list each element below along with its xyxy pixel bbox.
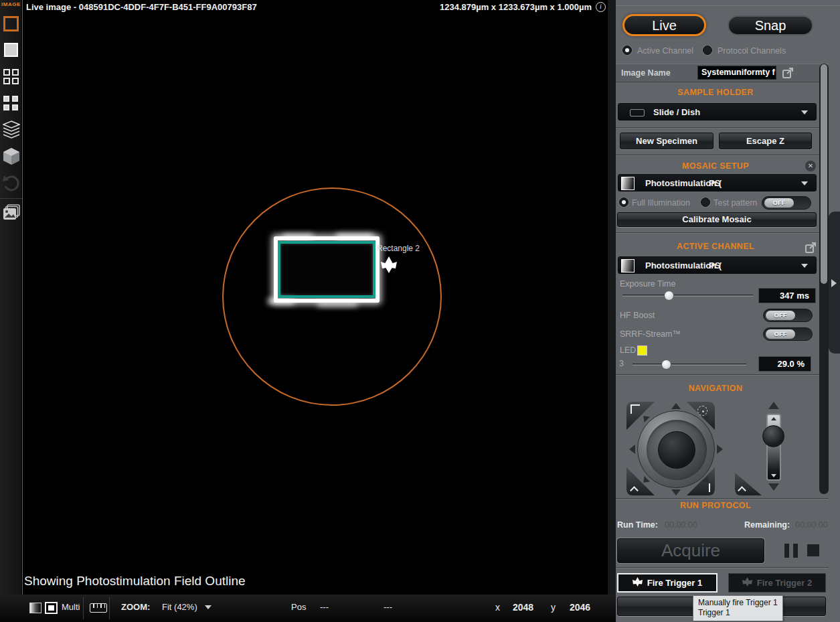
active-channel-header: ACTIVE CHANNEL: [616, 242, 815, 251]
hf-boost-label: HF Boost: [620, 311, 655, 320]
zoom-value[interactable]: Fit (42%): [162, 602, 197, 612]
chevron-down-icon: [801, 110, 808, 114]
arrow-right-icon[interactable]: [717, 445, 723, 454]
pos-label: Pos: [291, 602, 306, 612]
run-protocol-header: RUN PROTOCOL: [616, 501, 815, 510]
grid-view-icon[interactable]: [3, 69, 19, 84]
led-slider-track[interactable]: [633, 364, 746, 366]
single-channel-icon[interactable]: [45, 602, 58, 614]
canvas-panel-splitter[interactable]: [608, 0, 616, 595]
image-gallery-icon[interactable]: [3, 204, 21, 222]
panel-scrollbar-track[interactable]: [819, 64, 829, 494]
roi-label: Rectangle 2: [377, 244, 420, 253]
snap-button[interactable]: Snap: [728, 15, 813, 35]
tooltip: Manually fire Trigger 1 Trigger 1: [693, 595, 783, 621]
chevron-down-icon[interactable]: [205, 605, 212, 609]
remaining-label: Remaining:: [744, 520, 790, 530]
single-view-selected-icon[interactable]: [3, 16, 19, 31]
acquire-button[interactable]: Acquire: [617, 538, 764, 563]
stimulation-point-star-icon[interactable]: [380, 256, 398, 275]
live-button[interactable]: Live: [622, 14, 706, 36]
image-canvas[interactable]: Rectangle 2 Showing Photostimulation Fie…: [23, 15, 608, 595]
divider: [616, 232, 829, 234]
toolbar-divider: [0, 198, 22, 199]
z-down-icon[interactable]: [768, 483, 779, 491]
layers-icon[interactable]: [3, 121, 20, 139]
open-external-icon[interactable]: [782, 66, 795, 80]
calibrate-mosaic-button[interactable]: Calibrate Mosaic: [617, 212, 817, 227]
stop-icon[interactable]: [807, 544, 819, 556]
glow-streak: [282, 234, 313, 239]
step-marker-icon[interactable]: [709, 483, 710, 492]
z-up-icon[interactable]: [768, 402, 779, 409]
divider: [616, 155, 829, 156]
hf-boost-toggle[interactable]: OFF: [763, 309, 813, 322]
move-to-corner-icon[interactable]: [631, 404, 640, 414]
divider: [616, 374, 829, 376]
run-time-value: 00:00:00: [665, 520, 697, 530]
led-channel-number: 3: [619, 359, 624, 368]
image-name-input[interactable]: Systemuniformty f: [697, 66, 776, 80]
led-color-swatch[interactable]: [637, 345, 647, 356]
led-slider-handle[interactable]: [661, 360, 671, 370]
protocol-channels-radio[interactable]: [703, 46, 712, 55]
roi-rectangle[interactable]: [278, 241, 375, 298]
fire-trigger-2-button[interactable]: Fire Trigger 2: [728, 573, 826, 593]
text-cursor: [776, 68, 776, 76]
protocol-channels-radio-label[interactable]: Protocol Channels: [718, 46, 786, 56]
full-illumination-label[interactable]: Full Illumination: [632, 198, 690, 208]
z-track-up-icon: [771, 417, 776, 420]
joystick-knob[interactable]: [658, 431, 695, 469]
panel-flyout-tab[interactable]: [829, 212, 840, 354]
z-slider-track[interactable]: [766, 414, 781, 481]
close-icon[interactable]: ✕: [805, 161, 816, 171]
active-channel-radio[interactable]: [622, 46, 632, 55]
star-icon: [742, 577, 752, 587]
channel-gradient-icon[interactable]: [29, 603, 41, 613]
arrow-up-icon[interactable]: [671, 403, 681, 409]
arrow-down-icon[interactable]: [671, 489, 681, 495]
new-specimen-button[interactable]: New Specimen: [620, 133, 713, 149]
z-slider-knob[interactable]: [762, 425, 784, 447]
mosaic-channel-dropdown[interactable]: Photostimulation ( PS: [618, 174, 817, 191]
exposure-slider-handle[interactable]: [664, 291, 674, 301]
active-channel-dropdown[interactable]: Photostimulation ( PS: [618, 256, 817, 274]
tooltip-line-2: Trigger 1: [698, 608, 778, 618]
channel-thumbnail: [621, 177, 635, 190]
navigation-header: NAVIGATION: [616, 384, 815, 393]
multi-label[interactable]: Multi: [62, 602, 80, 612]
arrow-left-icon[interactable]: [629, 445, 635, 454]
single-frame-icon[interactable]: [4, 43, 18, 57]
xy-joystick[interactable]: [637, 410, 715, 488]
led-power-value[interactable]: 29.0 %: [758, 356, 811, 372]
divider: [616, 567, 829, 568]
info-icon[interactable]: i: [596, 2, 606, 12]
live-image-title: Live image - 048591DC-4DDF-4F7F-B451-FF9…: [26, 2, 257, 12]
mosaic-setup-header: MOSAIC SETUP: [616, 161, 815, 171]
pause-icon[interactable]: [784, 544, 799, 558]
active-channel-radio-label[interactable]: Active Channel: [637, 46, 693, 56]
test-pattern-radio[interactable]: [701, 198, 710, 207]
cube-3d-icon[interactable]: [3, 147, 20, 166]
exposure-slider-track[interactable]: [622, 295, 753, 297]
panel-scrollbar-thumb[interactable]: [821, 64, 827, 284]
sample-holder-header: SAMPLE HOLDER: [616, 88, 815, 97]
test-pattern-label[interactable]: Test pattern: [713, 198, 757, 208]
rotate-icon[interactable]: [3, 174, 20, 193]
fire-trigger-1-button[interactable]: Fire Trigger 1: [617, 573, 718, 593]
ruler-icon[interactable]: [90, 603, 107, 613]
image-header-bar: Live image - 048591DC-4DDF-4F7F-B451-FF9…: [23, 0, 608, 15]
open-external-icon[interactable]: [805, 241, 818, 254]
pos-value-1: ---: [320, 602, 329, 612]
status-overlay-text: Showing Photostimulation Field Outline: [24, 574, 246, 589]
multi-grid-view-icon[interactable]: [3, 96, 19, 111]
escape-z-button[interactable]: Escape Z: [719, 133, 812, 149]
sample-holder-dropdown[interactable]: Slide / Dish: [618, 103, 817, 121]
exposure-value[interactable]: 347 ms: [758, 288, 816, 303]
tooltip-line-1: Manually fire Trigger 1: [698, 598, 778, 608]
full-illumination-radio[interactable]: [619, 198, 628, 207]
srrf-stream-toggle[interactable]: OFF: [763, 327, 813, 341]
status-bar: Multi ZOOM: Fit (42%) Pos --- --- x 2048…: [0, 595, 616, 622]
test-pattern-toggle[interactable]: OFF: [762, 196, 811, 210]
chevron-right-icon: [831, 279, 837, 287]
